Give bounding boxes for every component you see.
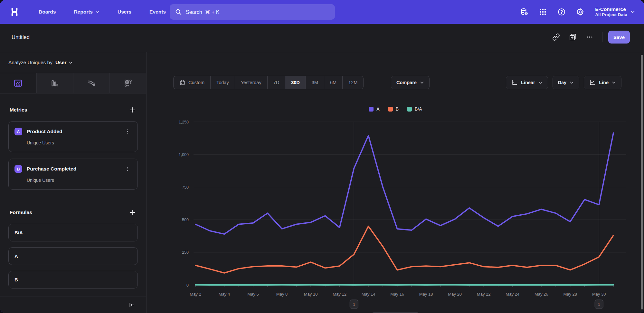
svg-text:1,250: 1,250 <box>179 120 189 124</box>
range-7d[interactable]: 7D <box>267 76 285 89</box>
svg-text:May 4: May 4 <box>219 292 230 297</box>
svg-text:May 18: May 18 <box>419 292 433 297</box>
chart-type-tabs <box>0 73 146 93</box>
help-button[interactable] <box>554 5 569 19</box>
kebab-icon <box>125 129 130 134</box>
legend-swatch-a <box>369 107 374 112</box>
divider <box>602 32 602 42</box>
svg-text:May 8: May 8 <box>276 292 288 297</box>
chevron-down-icon <box>69 61 73 65</box>
analyze-value: User <box>55 60 66 65</box>
nav-item-users[interactable]: Users <box>110 6 139 18</box>
formula-card-a[interactable]: A <box>8 247 138 265</box>
metric-badge: A <box>14 128 22 135</box>
metric-card-top: A Product Added <box>14 127 132 136</box>
bar-chart-icon <box>50 78 60 88</box>
nav-item-reports[interactable]: Reports <box>66 6 107 18</box>
settings-button[interactable] <box>573 5 587 19</box>
svg-text:1: 1 <box>353 302 355 307</box>
scale-dropdown[interactable]: Linear <box>506 76 548 89</box>
collapse-left-icon <box>128 301 135 308</box>
svg-text:750: 750 <box>182 185 189 190</box>
add-metric-button[interactable] <box>127 104 138 115</box>
plus-icon <box>129 209 136 216</box>
search-input[interactable]: Search ⌘ + K <box>170 4 335 20</box>
legend-label: B/A <box>415 106 422 112</box>
compare-label: Compare <box>396 80 417 85</box>
nav-item-boards[interactable]: Boards <box>31 6 63 18</box>
analyze-by-dropdown[interactable]: User <box>55 60 73 65</box>
line-chart[interactable]: 02505007501,0001,250May 2May 4May 6May 8… <box>147 117 644 313</box>
metric-measurement[interactable]: Unique Users <box>27 140 132 145</box>
chevron-down-icon <box>420 81 424 85</box>
nav-item-label: Boards <box>39 9 56 15</box>
svg-text:May 24: May 24 <box>506 292 519 297</box>
svg-text:May 20: May 20 <box>448 292 462 297</box>
topbar-actions: Save <box>549 30 630 44</box>
mixpanel-logo[interactable] <box>9 6 20 17</box>
database-gear-icon <box>520 8 528 16</box>
legend-item-ba[interactable]: B/A <box>407 106 422 112</box>
range-yesterday[interactable]: Yesterday <box>235 76 267 89</box>
nav-item-events[interactable]: Events <box>142 6 174 18</box>
project-scope: All Project Data <box>595 12 627 18</box>
tab-funnels[interactable] <box>36 73 73 93</box>
svg-text:250: 250 <box>182 250 189 255</box>
range-today[interactable]: Today <box>210 76 235 89</box>
legend-swatch-ba <box>407 107 412 112</box>
add-formula-button[interactable] <box>127 207 138 218</box>
copy-link-button[interactable] <box>549 30 563 44</box>
nav-item-label: Events <box>149 9 166 15</box>
metrics-title: Metrics <box>10 107 27 113</box>
svg-text:May 16: May 16 <box>390 292 404 297</box>
scale-label: Linear <box>521 80 535 85</box>
nav-left: Boards Reports Users Events <box>0 6 174 18</box>
search-icon <box>175 8 182 15</box>
svg-text:1,000: 1,000 <box>179 152 189 157</box>
interval-dropdown[interactable]: Day <box>553 76 580 89</box>
content-area: Analyze Uniques by User <box>0 52 644 313</box>
report-title[interactable]: Untitled <box>12 34 30 40</box>
compare-dropdown[interactable]: Compare <box>391 76 430 89</box>
legend-label: A <box>376 106 379 112</box>
metric-card-top: B Purchase Completed <box>14 165 132 173</box>
legend-item-a[interactable]: A <box>369 106 379 112</box>
annotation-badge: 1 <box>350 300 358 308</box>
chart-type-dropdown[interactable]: Line <box>584 76 621 89</box>
save-button[interactable]: Save <box>608 31 630 44</box>
copy-plus-icon <box>569 33 577 41</box>
range-custom[interactable]: Custom <box>174 76 210 89</box>
range-6m[interactable]: 6M <box>324 76 342 89</box>
range-12m[interactable]: 12M <box>342 76 363 89</box>
project-switcher[interactable]: E-Commerce All Project Data <box>595 6 635 18</box>
chart-controls-row: Custom Today Yesterday 7D 30D 3M 6M 12M … <box>147 76 644 89</box>
svg-text:1: 1 <box>598 302 600 307</box>
query-sidebar: Analyze Uniques by User <box>0 52 147 313</box>
legend-item-b[interactable]: B <box>388 106 399 112</box>
formula-card-ba[interactable]: B/A <box>8 224 138 241</box>
legend-swatch-b <box>388 107 393 112</box>
tab-insights[interactable] <box>0 73 36 93</box>
page-scrollbar[interactable] <box>641 55 643 309</box>
tab-flows[interactable] <box>73 73 110 93</box>
metrics-header: Metrics <box>0 93 146 121</box>
metric-measurement[interactable]: Unique Users <box>27 178 132 183</box>
formula-card-b[interactable]: B <box>8 271 138 289</box>
apps-grid-button[interactable] <box>536 5 550 19</box>
metric-options-button[interactable] <box>123 165 132 173</box>
nav-right: E-Commerce All Project Data <box>517 0 635 24</box>
sidebar-footer <box>0 297 146 313</box>
svg-text:May 14: May 14 <box>362 292 375 297</box>
range-30d[interactable]: 30D <box>285 76 306 89</box>
date-range-segmented-control: Custom Today Yesterday 7D 30D 3M 6M 12M <box>173 76 364 89</box>
more-options-button[interactable] <box>583 30 596 44</box>
metric-options-button[interactable] <box>123 127 132 136</box>
chevron-down-icon <box>630 10 635 14</box>
metric-card-a[interactable]: A Product Added Unique Users <box>8 121 138 152</box>
metric-card-b[interactable]: B Purchase Completed Unique Users <box>8 159 138 190</box>
duplicate-button[interactable] <box>566 30 580 44</box>
data-management-button[interactable] <box>517 5 531 19</box>
range-3m[interactable]: 3M <box>306 76 324 89</box>
collapse-sidebar-button[interactable] <box>126 299 137 310</box>
tab-retention[interactable] <box>109 73 146 93</box>
